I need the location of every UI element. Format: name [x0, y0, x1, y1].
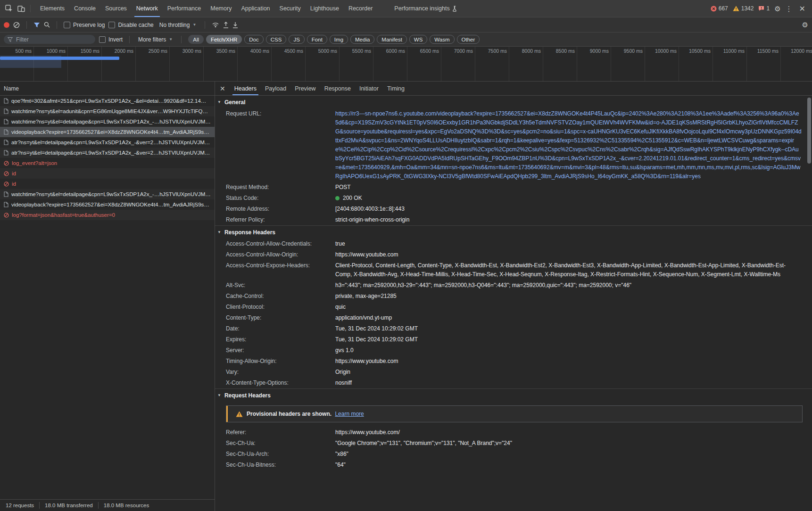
filter-input[interactable] — [15, 36, 91, 43]
export-har-icon[interactable] — [232, 22, 238, 28]
warning-text: Provisional headers are shown. — [247, 411, 331, 417]
kebab-menu-icon[interactable]: ⋮ — [786, 5, 793, 12]
invert-checkbox[interactable]: Invert — [99, 36, 123, 43]
error-icon — [711, 6, 717, 12]
filter-pill-fetch-xhr[interactable]: Fetch/XHR — [206, 35, 242, 44]
request-row[interactable]: atr?ns=yt&el=detailpage&cpn=L9wSxTxSDP1A… — [0, 148, 215, 158]
tab-elements[interactable]: Elements — [35, 0, 69, 17]
detail-tab-headers[interactable]: Headers — [230, 82, 261, 95]
throttling-dropdown[interactable]: No throttling ▼ — [157, 22, 199, 28]
filter-toggle-icon[interactable] — [33, 22, 40, 28]
disable-cache-checkbox[interactable]: Disable cache — [108, 22, 153, 28]
filter-pill-ws[interactable]: WS — [409, 35, 428, 44]
header-row: Sec-Ch-Ua-Arch:"x86" — [215, 449, 812, 460]
request-row[interactable]: videoplayback?expire=1735662527&ei=X8dzZ… — [0, 127, 215, 137]
request-row[interactable]: watchtime?ns=yt&el=detailpage&cpn=L9wSxT… — [0, 116, 215, 127]
more-filters-dropdown[interactable]: More filters ▼ — [136, 36, 174, 43]
clear-network-log-icon[interactable] — [13, 22, 20, 28]
scrollbar-thumb[interactable] — [807, 98, 811, 164]
document-icon — [4, 119, 8, 124]
filter-pill-wasm[interactable]: Wasm — [430, 35, 454, 44]
tab-sources[interactable]: Sources — [100, 0, 132, 17]
header-name: Alt-Svc: — [226, 281, 335, 290]
request-row[interactable]: watchtime?ns=yt&el=detailpage&cpn=L9wSxT… — [0, 189, 215, 199]
filter-input-box[interactable] — [4, 35, 95, 44]
header-row: Request URL:https://rr3---sn-npoe7ns6.c.… — [215, 108, 812, 182]
detail-tab-payload[interactable]: Payload — [261, 82, 290, 95]
issues-count: 1 — [766, 5, 770, 12]
checkbox-icon[interactable] — [108, 22, 115, 28]
import-har-icon[interactable] — [223, 22, 229, 28]
tab-performance[interactable]: Performance — [163, 0, 206, 17]
error-count-badge[interactable]: 667 — [711, 5, 728, 12]
divider — [26, 21, 27, 29]
tab-application[interactable]: Application — [236, 0, 274, 17]
device-toolbar-icon[interactable] — [15, 2, 27, 15]
transferred-size: 18.0 MB transferred — [45, 503, 93, 508]
request-row[interactable]: log_event?alt=json — [0, 158, 215, 168]
issues-count-badge[interactable]: 1 — [758, 5, 770, 12]
request-row[interactable]: watchtime?ns=yt&el=adunit&cpn=EG86mUqge8… — [0, 106, 215, 116]
detail-tab-preview[interactable]: Preview — [290, 82, 320, 95]
chevron-down-icon: ▼ — [169, 37, 173, 41]
tab-console[interactable]: Console — [69, 0, 100, 17]
tab-network[interactable]: Network — [132, 0, 163, 17]
close-devtools-icon[interactable]: ✕ — [797, 4, 807, 13]
detail-tab-timing[interactable]: Timing — [383, 82, 409, 95]
filter-pill-doc[interactable]: Doc — [244, 35, 263, 44]
header-name: Status Code: — [226, 194, 335, 203]
filter-pill-js[interactable]: JS — [289, 35, 304, 44]
request-name: videoplayback?expire=1735662527&ei=X8dzZ… — [11, 129, 209, 135]
filter-pill-other[interactable]: Other — [457, 35, 480, 44]
settings-gear-icon[interactable]: ⚙ — [774, 5, 780, 12]
filter-pill-font[interactable]: Font — [307, 35, 327, 44]
preserve-log-checkbox[interactable]: Preserve log — [64, 22, 105, 28]
filter-pill-media[interactable]: Media — [350, 35, 374, 44]
request-row[interactable]: atr?ns=yt&el=detailpage&cpn=L9wSxTxSDP1A… — [0, 137, 215, 148]
record-network-log-button[interactable] — [4, 22, 9, 28]
close-details-icon[interactable]: ✕ — [215, 85, 230, 92]
network-overview-timeline[interactable]: 500 ms1000 ms1500 ms2000 ms2500 ms3000 m… — [0, 47, 812, 82]
request-row[interactable]: id — [0, 168, 215, 179]
detail-tab-response[interactable]: Response — [320, 82, 355, 95]
request-row[interactable]: id — [0, 179, 215, 189]
filter-pill-all[interactable]: All — [188, 35, 204, 44]
request-name: qoe?fmt=302&afmt=251&cpn=L9wSxTxSDP1A2x_… — [11, 98, 206, 104]
tab-memory[interactable]: Memory — [206, 0, 236, 17]
checkbox-icon[interactable] — [99, 36, 106, 43]
experiment-flask-icon — [452, 6, 457, 12]
filter-pill-css[interactable]: CSS — [266, 35, 287, 44]
filter-pill-manifest[interactable]: Manifest — [377, 35, 406, 44]
header-value[interactable]: https://rr3---sn-npoe7ns6.c.youtube.com/… — [335, 109, 802, 181]
detail-tab-initiator[interactable]: Initiator — [355, 82, 383, 95]
request-row[interactable]: log?format=json&hasfast=true&authuser=0 — [0, 210, 215, 220]
learn-more-link[interactable]: Learn more — [335, 411, 364, 417]
checkbox-icon[interactable] — [64, 22, 70, 28]
network-settings-gear-icon[interactable]: ⚙ — [802, 21, 808, 28]
header-value: https://www.youtube.com — [335, 250, 802, 259]
filter-pill-img[interactable]: Img — [330, 35, 348, 44]
timeline-label: 4500 ms — [272, 47, 306, 56]
tab-performance-insights[interactable]: Performance insights — [389, 0, 462, 17]
request-row[interactable]: qoe?fmt=302&afmt=251&cpn=L9wSxTxSDP1A2x_… — [0, 96, 215, 106]
timeline-label: 500 ms — [0, 47, 34, 56]
tab-recorder[interactable]: Recorder — [344, 0, 377, 17]
network-toolbar: Preserve log Disable cache No throttling… — [0, 17, 812, 33]
name-column-header[interactable]: Name — [0, 82, 215, 96]
warning-count: 1342 — [741, 5, 754, 12]
section-request-headers-header[interactable]: ▼ Request Headers — [215, 389, 812, 402]
network-conditions-icon[interactable] — [212, 22, 219, 28]
inspect-element-icon[interactable] — [3, 2, 15, 15]
request-name: videoplayback?expire=1735662527&ei=X8dzZ… — [11, 202, 209, 207]
header-name: Sec-Ch-Ua-Bitness: — [226, 461, 335, 470]
section-response-headers-header[interactable]: ▼ Response Headers — [215, 226, 812, 239]
tab-lighthouse[interactable]: Lighthouse — [306, 0, 344, 17]
header-row: Remote Address:[2404:6800:4003:1e::8]:44… — [215, 204, 812, 214]
headers-pane: ▼ General Request URL:https://rr3---sn-n… — [215, 96, 812, 511]
tab-security[interactable]: Security — [275, 0, 306, 17]
section-general-header[interactable]: ▼ General — [215, 96, 812, 108]
header-row: Access-Control-Expose-Headers:Client-Pro… — [215, 260, 812, 280]
warning-count-badge[interactable]: 1342 — [733, 5, 754, 12]
search-icon[interactable] — [44, 22, 50, 28]
request-row[interactable]: videoplayback?expire=1735662527&ei=X8dzZ… — [0, 199, 215, 210]
